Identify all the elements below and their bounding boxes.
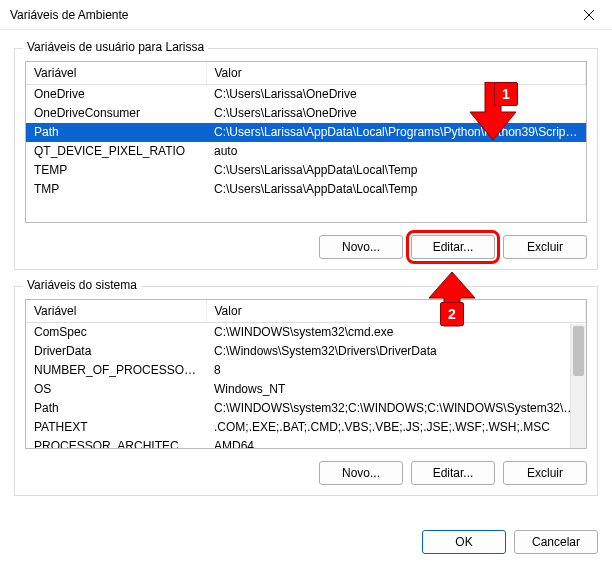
cell-value: C:\WINDOWS\system32\cmd.exe xyxy=(206,323,586,342)
system-vars-scrollbar[interactable] xyxy=(570,324,586,448)
user-vars-buttons: Novo... Editar... Excluir xyxy=(25,235,587,259)
table-row[interactable]: OSWindows_NT xyxy=(26,380,586,399)
cell-value: .COM;.EXE;.BAT;.CMD;.VBS;.VBE;.JS;.JSE;.… xyxy=(206,418,586,437)
table-row[interactable]: OneDriveConsumerC:\Users\Larissa\OneDriv… xyxy=(26,104,586,123)
table-row[interactable]: TEMPC:\Users\Larissa\AppData\Local\Temp xyxy=(26,161,586,180)
ok-button[interactable]: OK xyxy=(422,530,506,554)
cell-value: C:\Users\Larissa\OneDrive xyxy=(206,104,586,123)
user-vars-table-container: Variável Valor OneDriveC:\Users\Larissa\… xyxy=(25,61,587,223)
cell-variable: QT_DEVICE_PIXEL_RATIO xyxy=(26,142,206,161)
col-header-variable[interactable]: Variável xyxy=(26,300,206,323)
cell-value: 8 xyxy=(206,361,586,380)
cell-value: C:\Users\Larissa\OneDrive xyxy=(206,85,586,104)
table-row[interactable]: ComSpecC:\WINDOWS\system32\cmd.exe xyxy=(26,323,586,342)
col-header-value[interactable]: Valor xyxy=(206,300,586,323)
cell-variable: PATHEXT xyxy=(26,418,206,437)
cell-variable: TMP xyxy=(26,180,206,199)
cell-value: AMD64 xyxy=(206,437,586,450)
system-vars-group: Variáveis do sistema Variável Valor ComS… xyxy=(14,286,598,496)
user-delete-button[interactable]: Excluir xyxy=(503,235,587,259)
cell-variable: OneDrive xyxy=(26,85,206,104)
table-row[interactable]: DriverDataC:\Windows\System32\Drivers\Dr… xyxy=(26,342,586,361)
user-new-button[interactable]: Novo... xyxy=(319,235,403,259)
cell-variable: ComSpec xyxy=(26,323,206,342)
system-new-button[interactable]: Novo... xyxy=(319,461,403,485)
user-edit-button[interactable]: Editar... xyxy=(411,235,495,259)
system-vars-table-container: Variável Valor ComSpecC:\WINDOWS\system3… xyxy=(25,299,587,449)
system-delete-button[interactable]: Excluir xyxy=(503,461,587,485)
dialog-content: Variáveis de usuário para Larissa Variáv… xyxy=(0,30,612,522)
cell-value: C:\Users\Larissa\AppData\Local\Programs\… xyxy=(206,123,586,142)
cell-value: auto xyxy=(206,142,586,161)
table-header-row: Variável Valor xyxy=(26,62,586,85)
cell-variable: Path xyxy=(26,399,206,418)
cancel-button[interactable]: Cancelar xyxy=(514,530,598,554)
table-row[interactable]: PATHEXT.COM;.EXE;.BAT;.CMD;.VBS;.VBE;.JS… xyxy=(26,418,586,437)
dialog-buttons: OK Cancelar xyxy=(0,522,612,568)
cell-value: C:\Users\Larissa\AppData\Local\Temp xyxy=(206,161,586,180)
table-row[interactable]: PROCESSOR_ARCHITECTUREAMD64 xyxy=(26,437,586,450)
user-vars-table[interactable]: Variável Valor OneDriveC:\Users\Larissa\… xyxy=(26,62,586,199)
cell-variable: NUMBER_OF_PROCESSORS xyxy=(26,361,206,380)
cell-variable: DriverData xyxy=(26,342,206,361)
col-header-value[interactable]: Valor xyxy=(206,62,586,85)
window-title: Variáveis de Ambiente xyxy=(10,8,129,22)
cell-value: C:\Windows\System32\Drivers\DriverData xyxy=(206,342,586,361)
table-row[interactable]: NUMBER_OF_PROCESSORS8 xyxy=(26,361,586,380)
table-row[interactable]: PathC:\WINDOWS\system32;C:\WINDOWS;C:\WI… xyxy=(26,399,586,418)
table-row[interactable]: QT_DEVICE_PIXEL_RATIOauto xyxy=(26,142,586,161)
cell-variable: Path xyxy=(26,123,206,142)
table-header-row: Variável Valor xyxy=(26,300,586,323)
cell-variable: OS xyxy=(26,380,206,399)
cell-variable: TEMP xyxy=(26,161,206,180)
cell-value: Windows_NT xyxy=(206,380,586,399)
system-vars-label: Variáveis do sistema xyxy=(23,278,141,292)
scrollbar-thumb[interactable] xyxy=(573,326,584,376)
titlebar: Variáveis de Ambiente xyxy=(0,0,612,30)
system-vars-buttons: Novo... Editar... Excluir xyxy=(25,461,587,485)
table-row[interactable]: OneDriveC:\Users\Larissa\OneDrive xyxy=(26,85,586,104)
system-edit-button[interactable]: Editar... xyxy=(411,461,495,485)
cell-value: C:\WINDOWS\system32;C:\WINDOWS;C:\WINDOW… xyxy=(206,399,586,418)
cell-variable: PROCESSOR_ARCHITECTURE xyxy=(26,437,206,450)
close-icon xyxy=(583,9,595,21)
user-vars-label: Variáveis de usuário para Larissa xyxy=(23,40,208,54)
cell-value: C:\Users\Larissa\AppData\Local\Temp xyxy=(206,180,586,199)
cell-variable: OneDriveConsumer xyxy=(26,104,206,123)
system-vars-table[interactable]: Variável Valor ComSpecC:\WINDOWS\system3… xyxy=(26,300,586,449)
close-button[interactable] xyxy=(566,0,612,30)
col-header-variable[interactable]: Variável xyxy=(26,62,206,85)
user-vars-group: Variáveis de usuário para Larissa Variáv… xyxy=(14,48,598,270)
table-row[interactable]: PathC:\Users\Larissa\AppData\Local\Progr… xyxy=(26,123,586,142)
table-row[interactable]: TMPC:\Users\Larissa\AppData\Local\Temp xyxy=(26,180,586,199)
